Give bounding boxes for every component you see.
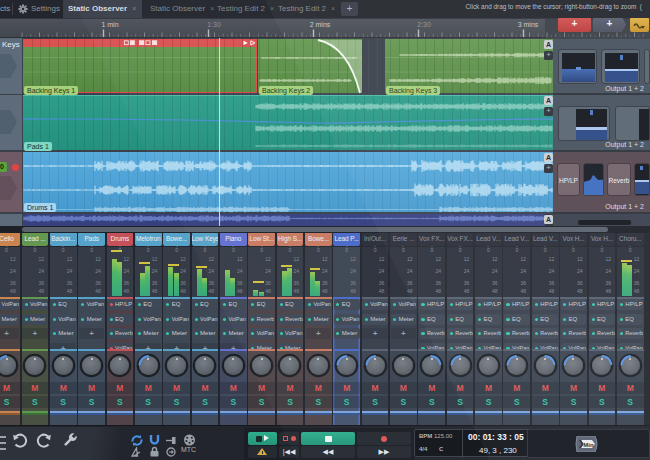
svg-text:Min: Min (583, 442, 594, 448)
